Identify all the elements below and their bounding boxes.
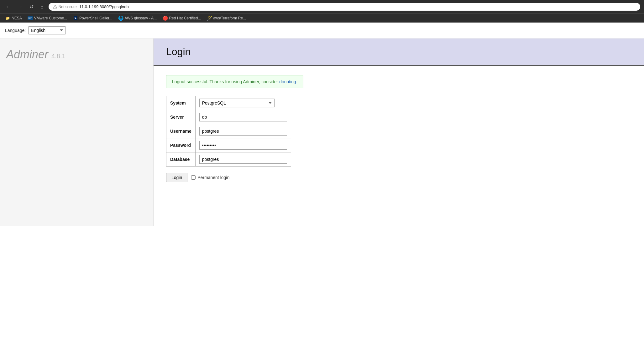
permanent-login-text: Permanent login bbox=[197, 175, 229, 180]
permanent-login-label[interactable]: Permanent login bbox=[191, 175, 229, 180]
bookmark-nesa-label: NESA bbox=[12, 16, 22, 20]
login-body: Logout successful. Thanks for using Admi… bbox=[154, 66, 644, 192]
url-display[interactable]: 11.0.1.199:8080/?pgsql=db bbox=[79, 4, 129, 9]
security-indicator: ! Not secure bbox=[53, 5, 77, 9]
terraform-icon: 🪄 bbox=[207, 16, 212, 20]
success-message: Logout successful. Thanks for using Admi… bbox=[166, 75, 303, 88]
forward-button[interactable]: → bbox=[16, 3, 24, 11]
bookmark-terraform-label: aws/Terraform Re... bbox=[213, 16, 246, 20]
login-title: Login bbox=[166, 46, 631, 58]
username-input[interactable] bbox=[199, 127, 287, 136]
browser-chrome: ← → ↺ ⌂ ! Not secure 11.0.1.199:8080/?pg… bbox=[0, 0, 644, 23]
system-select[interactable]: PostgreSQL MySQL SQLite MS SQL Oracle bbox=[199, 99, 275, 107]
page-content: Language: English Czech German French Sp… bbox=[0, 23, 644, 226]
password-row: Password bbox=[166, 138, 291, 152]
bookmark-nesa[interactable]: 📁 NESA bbox=[3, 15, 24, 21]
server-label: Server bbox=[166, 110, 196, 124]
login-button[interactable]: Login bbox=[166, 173, 187, 182]
sidebar: Adminer 4.8.1 bbox=[0, 39, 154, 226]
warning-icon: ! bbox=[53, 5, 57, 9]
bookmark-terraform[interactable]: 🪄 aws/Terraform Re... bbox=[205, 15, 249, 21]
bookmark-powershell-label: PowerShell Galler... bbox=[79, 16, 112, 20]
not-secure-label: Not secure bbox=[59, 5, 77, 9]
form-actions: Login Permanent login bbox=[166, 173, 631, 182]
password-input[interactable] bbox=[199, 141, 287, 150]
folder-icon: 📁 bbox=[6, 16, 10, 20]
success-text: Logout successful. Thanks for using Admi… bbox=[172, 79, 279, 84]
system-label: System bbox=[166, 96, 196, 110]
back-button[interactable]: ← bbox=[4, 3, 13, 11]
browser-toolbar: ← → ↺ ⌂ ! Not secure 11.0.1.199:8080/?pg… bbox=[0, 0, 644, 13]
vmware-icon: vm bbox=[28, 16, 33, 20]
server-input[interactable] bbox=[199, 113, 287, 121]
login-header: Login bbox=[154, 39, 644, 66]
main-area: Login Logout successful. Thanks for usin… bbox=[154, 39, 644, 226]
password-label: Password bbox=[166, 138, 196, 152]
bookmark-powershell[interactable]: ➤ PowerShell Galler... bbox=[71, 15, 115, 21]
main-layout: Adminer 4.8.1 Login Logout successful. T… bbox=[0, 39, 644, 226]
language-bar: Language: English Czech German French Sp… bbox=[0, 23, 644, 39]
language-select[interactable]: English Czech German French Spanish bbox=[28, 26, 66, 34]
database-row: Database bbox=[166, 152, 291, 167]
language-label: Language: bbox=[5, 28, 26, 33]
bookmark-redhat-label: Red Hat Certified... bbox=[169, 16, 201, 20]
aws-icon: 🌐 bbox=[118, 16, 123, 20]
app-name: Adminer bbox=[6, 48, 48, 61]
bookmark-vmware[interactable]: vm VMware Custome... bbox=[26, 15, 70, 21]
database-label: Database bbox=[166, 152, 196, 167]
bookmark-redhat[interactable]: 🔴 Red Hat Certified... bbox=[160, 15, 203, 21]
app-version: 4.8.1 bbox=[51, 53, 65, 59]
database-input[interactable] bbox=[199, 155, 287, 164]
app-title: Adminer 4.8.1 bbox=[6, 48, 147, 61]
powershell-icon: ➤ bbox=[73, 16, 78, 20]
reload-button[interactable]: ↺ bbox=[28, 3, 35, 11]
login-form: System PostgreSQL MySQL SQLite MS SQL Or… bbox=[166, 96, 631, 182]
username-row: Username bbox=[166, 124, 291, 138]
bookmark-vmware-label: VMware Custome... bbox=[34, 16, 67, 20]
bookmark-aws-label: AWS glossary - A... bbox=[124, 16, 157, 20]
username-label: Username bbox=[166, 124, 196, 138]
redhat-icon: 🔴 bbox=[163, 16, 167, 20]
permanent-login-checkbox[interactable] bbox=[191, 175, 196, 180]
svg-text:!: ! bbox=[55, 6, 55, 9]
server-row: Server bbox=[166, 110, 291, 124]
login-table: System PostgreSQL MySQL SQLite MS SQL Or… bbox=[166, 96, 291, 167]
donate-link[interactable]: donating. bbox=[279, 79, 297, 84]
bookmarks-bar: 📁 NESA vm VMware Custome... ➤ PowerShell… bbox=[0, 13, 644, 23]
system-row: System PostgreSQL MySQL SQLite MS SQL Or… bbox=[166, 96, 291, 110]
home-button[interactable]: ⌂ bbox=[39, 3, 45, 11]
address-bar[interactable]: ! Not secure 11.0.1.199:8080/?pgsql=db bbox=[49, 3, 640, 11]
bookmark-aws[interactable]: 🌐 AWS glossary - A... bbox=[116, 15, 159, 21]
